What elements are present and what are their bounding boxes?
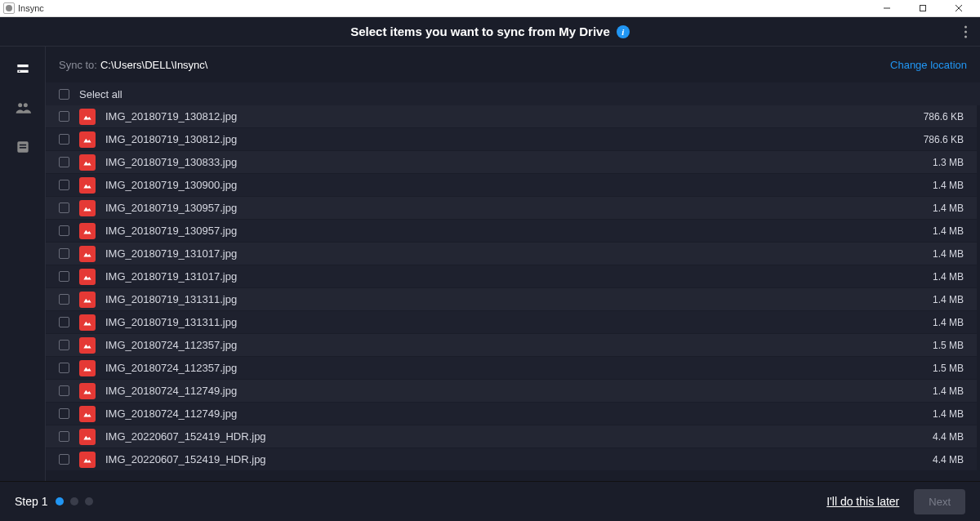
file-checkbox[interactable] bbox=[59, 340, 69, 350]
file-checkbox[interactable] bbox=[59, 180, 69, 190]
do-this-later-link[interactable]: I'll do this later bbox=[826, 495, 899, 508]
contacts-icon[interactable] bbox=[14, 138, 32, 156]
svg-marker-23 bbox=[83, 390, 91, 394]
file-name: IMG_20180719_130957.jpg bbox=[105, 202, 933, 214]
file-row[interactable]: IMG_20180719_130900.jpg1.4 MB bbox=[46, 174, 977, 197]
svg-point-7 bbox=[23, 103, 27, 107]
file-checkbox[interactable] bbox=[59, 363, 69, 373]
file-checkbox[interactable] bbox=[59, 271, 69, 282]
svg-marker-14 bbox=[83, 184, 91, 188]
sync-to-label: Sync to: bbox=[59, 59, 97, 71]
file-size: 1.4 MB bbox=[933, 408, 964, 420]
footer: Step 1 I'll do this later Next bbox=[0, 481, 980, 521]
file-name: IMG_20180719_130900.jpg bbox=[105, 179, 933, 191]
file-size: 1.4 MB bbox=[933, 294, 964, 305]
file-row[interactable]: IMG_20180719_130812.jpg786.6 KB bbox=[46, 105, 977, 128]
image-file-icon bbox=[79, 177, 96, 194]
file-row[interactable]: IMG_20180719_131017.jpg1.4 MB bbox=[46, 265, 977, 288]
step-dot-2 bbox=[70, 497, 78, 505]
file-checkbox[interactable] bbox=[59, 385, 69, 396]
svg-marker-24 bbox=[83, 412, 91, 416]
file-name: IMG_20180719_131311.jpg bbox=[105, 293, 933, 305]
file-checkbox[interactable] bbox=[59, 203, 69, 213]
file-size: 1.4 MB bbox=[933, 180, 964, 191]
sync-path-row: Sync to: C:\Users\DELL\Insync\ Change lo… bbox=[46, 47, 980, 82]
image-file-icon bbox=[79, 200, 96, 216]
drive-icon[interactable] bbox=[14, 60, 32, 78]
file-name: IMG_20180719_130957.jpg bbox=[105, 225, 933, 237]
kebab-menu-icon[interactable] bbox=[961, 22, 970, 41]
file-checkbox[interactable] bbox=[59, 225, 69, 236]
svg-rect-2 bbox=[920, 6, 926, 11]
file-row[interactable]: IMG_20180724_112749.jpg1.4 MB bbox=[46, 403, 977, 425]
image-file-icon bbox=[79, 337, 96, 354]
file-size: 1.3 MB bbox=[933, 157, 964, 168]
titlebar: Insync bbox=[0, 0, 980, 17]
file-row[interactable]: IMG_20180724_112357.jpg1.5 MB bbox=[46, 357, 977, 380]
image-file-icon bbox=[79, 292, 96, 308]
image-file-icon bbox=[79, 154, 96, 171]
file-name: IMG_20180724_112749.jpg bbox=[105, 385, 933, 397]
file-row[interactable]: IMG_20180724_112749.jpg1.4 MB bbox=[46, 380, 977, 403]
file-name: IMG_20180719_131017.jpg bbox=[105, 247, 933, 260]
file-row[interactable]: IMG_20180719_130812.jpg786.6 KB bbox=[46, 128, 977, 151]
file-list[interactable]: IMG_20180719_130812.jpg786.6 KBIMG_20180… bbox=[46, 105, 980, 481]
file-name: IMG_20220607_152419_HDR.jpg bbox=[105, 430, 933, 443]
info-icon[interactable]: i bbox=[617, 25, 630, 38]
file-size: 1.4 MB bbox=[933, 271, 964, 283]
header: Select items you want to sync from My Dr… bbox=[0, 17, 980, 47]
file-checkbox[interactable] bbox=[59, 408, 69, 419]
file-row[interactable]: IMG_20180719_131311.jpg1.4 MB bbox=[46, 311, 977, 334]
file-size: 1.5 MB bbox=[933, 340, 964, 351]
close-button[interactable] bbox=[941, 0, 977, 17]
file-row[interactable]: IMG_20220607_152419_HDR.jpg4.4 MB bbox=[46, 448, 977, 471]
shared-icon[interactable] bbox=[14, 99, 32, 117]
file-size: 1.5 MB bbox=[933, 363, 964, 374]
image-file-icon bbox=[79, 314, 96, 331]
minimize-button[interactable] bbox=[869, 0, 905, 17]
svg-marker-11 bbox=[83, 115, 91, 119]
step-dot-3 bbox=[85, 497, 93, 505]
file-name: IMG_20180724_112357.jpg bbox=[105, 362, 933, 374]
image-file-icon bbox=[79, 269, 96, 285]
maximize-button[interactable] bbox=[905, 0, 941, 17]
file-checkbox[interactable] bbox=[59, 317, 69, 327]
svg-marker-12 bbox=[83, 138, 91, 142]
file-name: IMG_20180719_131017.jpg bbox=[105, 270, 933, 283]
file-name: IMG_20180724_112749.jpg bbox=[105, 407, 933, 420]
svg-point-6 bbox=[18, 103, 22, 107]
file-name: IMG_20220607_152419_HDR.jpg bbox=[105, 453, 933, 465]
svg-marker-20 bbox=[83, 321, 91, 325]
file-size: 1.4 MB bbox=[933, 225, 964, 237]
app-icon bbox=[3, 2, 15, 14]
file-checkbox[interactable] bbox=[59, 294, 69, 305]
file-checkbox[interactable] bbox=[59, 454, 69, 465]
file-row[interactable]: IMG_20220607_152419_HDR.jpg4.4 MB bbox=[46, 425, 977, 448]
file-name: IMG_20180719_130833.jpg bbox=[105, 156, 933, 168]
file-row[interactable]: IMG_20180719_130957.jpg1.4 MB bbox=[46, 220, 977, 243]
file-row[interactable]: IMG_20180724_112357.jpg1.5 MB bbox=[46, 334, 977, 357]
file-checkbox[interactable] bbox=[59, 111, 69, 122]
step-label: Step 1 bbox=[15, 495, 47, 508]
svg-marker-26 bbox=[83, 458, 91, 462]
file-checkbox[interactable] bbox=[59, 431, 69, 442]
file-size: 4.4 MB bbox=[933, 454, 964, 465]
change-location-link[interactable]: Change location bbox=[890, 59, 967, 71]
image-file-icon bbox=[79, 383, 96, 399]
image-file-icon bbox=[79, 452, 96, 468]
file-row[interactable]: IMG_20180719_131311.jpg1.4 MB bbox=[46, 288, 977, 311]
page-title: Select items you want to sync from My Dr… bbox=[350, 24, 610, 38]
file-row[interactable]: IMG_20180719_130957.jpg1.4 MB bbox=[46, 197, 977, 220]
image-file-icon bbox=[79, 131, 96, 148]
file-checkbox[interactable] bbox=[59, 248, 69, 259]
svg-marker-18 bbox=[83, 275, 91, 279]
file-row[interactable]: IMG_20180719_130833.jpg1.3 MB bbox=[46, 151, 977, 174]
select-all-checkbox[interactable] bbox=[59, 89, 69, 100]
image-file-icon bbox=[79, 246, 96, 262]
svg-marker-15 bbox=[83, 207, 91, 211]
file-checkbox[interactable] bbox=[59, 134, 69, 145]
file-checkbox[interactable] bbox=[59, 157, 69, 167]
next-button[interactable]: Next bbox=[914, 489, 965, 514]
file-size: 1.4 MB bbox=[933, 317, 964, 328]
file-row[interactable]: IMG_20180719_131017.jpg1.4 MB bbox=[46, 243, 977, 265]
